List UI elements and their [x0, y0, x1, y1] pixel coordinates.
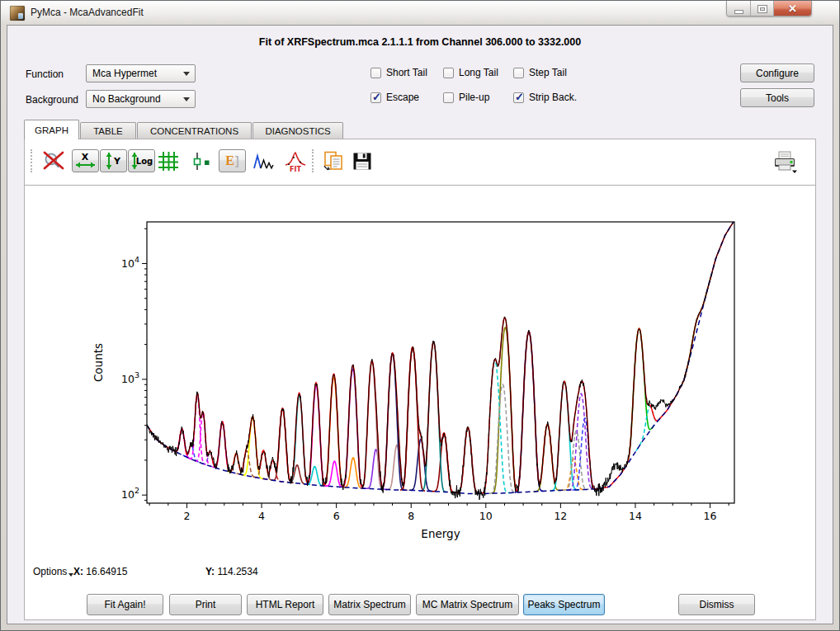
svg-text:16: 16	[704, 510, 717, 522]
checkbox-step-tail[interactable]: Step Tail	[513, 67, 567, 78]
svg-text:FIT: FIT	[290, 166, 301, 173]
svg-text:10: 10	[479, 510, 493, 522]
x-autoscale-button[interactable]: X	[72, 149, 99, 172]
background-label: Background	[26, 94, 78, 106]
chevron-down-icon	[183, 97, 190, 101]
save-icon[interactable]	[352, 150, 376, 172]
checkbox-box	[443, 92, 454, 103]
checkbox-pile-up[interactable]: Pile-up	[443, 92, 489, 103]
cursor-y-readout: Y: 114.2534	[205, 566, 258, 577]
maximize-button[interactable]	[751, 1, 774, 16]
close-icon: ✕	[788, 3, 797, 14]
checkbox-box	[513, 68, 524, 78]
html-report-button[interactable]: HTML Report	[247, 594, 323, 615]
function-value: Mca Hypermet	[92, 68, 157, 79]
matrix-spectrum-button[interactable]: Matrix Spectrum	[328, 594, 411, 615]
chevron-down-icon	[183, 72, 190, 76]
grid-icon[interactable]	[157, 150, 182, 172]
svg-text:12: 12	[554, 510, 567, 522]
svg-text:Counts: Counts	[92, 343, 105, 382]
bracket-glyph: ]	[235, 155, 239, 167]
minimize-icon	[735, 11, 743, 13]
options-menu[interactable]: Options	[33, 566, 73, 577]
app-icon	[10, 6, 25, 21]
svg-text:14: 14	[629, 510, 642, 522]
svg-text:8: 8	[408, 510, 414, 522]
peaks-spectrum-button[interactable]: Peaks Spectrum	[523, 594, 605, 615]
svg-text:Log: Log	[136, 157, 153, 166]
tab-diagnostics[interactable]: DIAGNOSTICS	[252, 122, 343, 139]
print-icon[interactable]	[772, 150, 796, 172]
checkbox-long-tail[interactable]: Long Tail	[443, 67, 498, 78]
checkbox-label: Pile-up	[459, 92, 489, 103]
spectrum-icon[interactable]	[252, 150, 277, 172]
tab-graph[interactable]: GRAPH	[24, 120, 79, 139]
function-combobox[interactable]: Mca Hypermet	[86, 64, 196, 82]
print-button[interactable]: Print	[169, 594, 242, 615]
copy-icon[interactable]	[322, 150, 347, 172]
minimize-button[interactable]	[727, 1, 751, 16]
log-scale-button[interactable]: Log	[128, 149, 155, 172]
svg-text:4: 4	[258, 510, 265, 522]
pymca-window: PyMca - McaAdvancedFit ✕ Fit of XRFSpect…	[0, 0, 840, 631]
background-combobox[interactable]: No Background	[86, 90, 196, 108]
checkbox-label: Short Tail	[386, 67, 427, 78]
checkbox-label: Step Tail	[529, 67, 567, 78]
dialog-client-area: Fit of XRFSpectrum.mca 2.1.1.1 from Chan…	[7, 25, 833, 624]
cursor-x-readout: X: 16.64915	[73, 566, 127, 577]
svg-text:X: X	[82, 152, 89, 162]
x-label: X:	[73, 566, 83, 577]
svg-text:Y: Y	[113, 156, 121, 167]
fit-icon[interactable]: FIT	[284, 150, 309, 172]
zoom-reset-icon[interactable]	[41, 150, 66, 172]
svg-text:104: 104	[121, 255, 139, 270]
peak-markers-icon[interactable]	[190, 150, 215, 172]
checkbox-box	[370, 92, 381, 103]
checkbox-box	[513, 92, 524, 103]
checkbox-short-tail[interactable]: Short Tail	[370, 67, 427, 78]
tab-table[interactable]: TABLE	[80, 122, 136, 139]
checkbox-label: Strip Back.	[529, 92, 577, 103]
fit-again-button[interactable]: Fit Again!	[87, 594, 163, 615]
energy-toggle-button[interactable]: E ]	[219, 149, 246, 172]
checkbox-strip-back[interactable]: Strip Back.	[513, 92, 577, 103]
x-value: 16.64915	[86, 566, 127, 577]
checkbox-label: Escape	[386, 92, 419, 103]
title-bar[interactable]: PyMca - McaAdvancedFit ✕	[1, 1, 839, 25]
energy-icon: E	[225, 154, 234, 167]
svg-text:Energy: Energy	[421, 527, 460, 540]
y-label: Y:	[205, 566, 215, 577]
configure-button[interactable]: Configure	[740, 64, 814, 82]
spectrum-chart[interactable]: 246810121416102103104EnergyCounts	[84, 206, 744, 553]
svg-text:102: 102	[121, 486, 139, 501]
checkbox-escape[interactable]: Escape	[370, 92, 419, 103]
y-value: 114.2534	[217, 566, 257, 577]
y-autoscale-button[interactable]: Y	[100, 149, 127, 172]
toolbar-separator	[25, 185, 815, 186]
function-label: Function	[26, 68, 64, 80]
svg-text:6: 6	[333, 510, 340, 522]
window-title: PyMca - McaAdvancedFit	[31, 7, 144, 18]
checkbox-box	[370, 68, 381, 78]
graph-tab-pane: X Y Log	[24, 139, 816, 620]
close-button[interactable]: ✕	[774, 1, 811, 16]
fit-header-title: Fit of XRFSpectrum.mca 2.1.1.1 from Chan…	[7, 36, 833, 48]
toolbar-handle[interactable]	[312, 149, 316, 172]
toolbar-handle[interactable]	[31, 149, 35, 172]
mc-matrix-spectrum-button[interactable]: MC Matrix Spectrum	[416, 594, 519, 615]
tab-concentrations[interactable]: CONCENTRATIONS	[137, 122, 252, 139]
checkbox-label: Long Tail	[459, 67, 498, 78]
svg-text:103: 103	[121, 370, 139, 385]
options-label: Options	[33, 566, 67, 577]
tools-button[interactable]: Tools	[740, 88, 814, 107]
svg-text:2: 2	[183, 510, 190, 522]
maximize-icon	[758, 6, 767, 12]
checkbox-box	[443, 68, 454, 78]
background-value: No Background	[92, 93, 161, 105]
window-controls: ✕	[726, 1, 812, 16]
dismiss-button[interactable]: Dismiss	[678, 594, 755, 615]
